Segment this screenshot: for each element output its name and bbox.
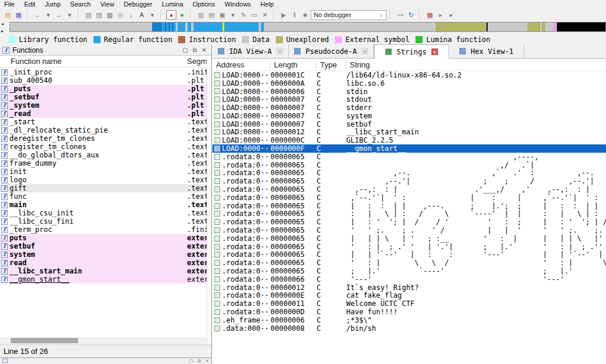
problem-list-button[interactable]: ▲ xyxy=(166,10,176,20)
string-row[interactable]: .rodata:0···00000011CWelcome UCTC CTF xyxy=(212,299,606,308)
tab-pseudocode-a[interactable]: Pseudocode-A✕ xyxy=(289,44,374,58)
forward-button[interactable]: → xyxy=(54,10,64,20)
function-row[interactable]: f__do_global_dtors_aux.text xyxy=(0,151,207,159)
tab-ida-view-a[interactable]: IDA View-A✕ xyxy=(212,44,289,58)
function-row[interactable]: fsub_400540.plt xyxy=(0,76,207,85)
navband-track[interactable] xyxy=(9,22,606,32)
string-row[interactable]: LOAD:0000···00000007Cstdout xyxy=(212,95,606,104)
scrollbar-thumb[interactable] xyxy=(11,338,78,343)
function-row[interactable]: ffunc.text xyxy=(0,192,207,201)
functions-horizontal-scrollbar[interactable] xyxy=(0,337,207,344)
bottom-panel-titlebar[interactable]: ▢ ⧉ ✕ xyxy=(0,357,211,364)
functions-column-header[interactable]: Function name Segment xyxy=(0,56,211,67)
function-row[interactable]: fputsextern xyxy=(0,234,207,242)
string-row[interactable]: .rodata:0···00000065C ' : | \ \ / ' : | … xyxy=(212,259,606,267)
breakpoint-list-button[interactable]: ▦ xyxy=(425,10,435,20)
string-row[interactable]: .rodata:0···00000066C '---' '---' '---' xyxy=(212,275,606,284)
function-row[interactable]: fgift.text xyxy=(0,184,207,192)
strings-column-header[interactable]: Address Length Type String xyxy=(212,59,606,71)
tab-hex-view-1[interactable]: Hex View-1 xyxy=(449,44,524,58)
string-row[interactable]: .rodata:0···0000000DCHave fun!!!! xyxy=(212,308,606,316)
type-dropdown[interactable]: ▾ xyxy=(228,10,238,20)
string-row[interactable]: LOAD:0000···00000007Cstderr xyxy=(212,104,606,112)
edit-button[interactable]: ✎ xyxy=(238,10,249,20)
string-row[interactable]: LOAD:0000···0000001CC/lib64/ld-linux-x86… xyxy=(212,71,606,79)
function-row[interactable]: f__gmon_start__extern xyxy=(0,275,207,284)
retype-button[interactable]: ▨ xyxy=(94,10,104,20)
string-row[interactable]: .rodata:0···00000065C ' : | ; .' ' | '.'… xyxy=(212,243,606,251)
function-row[interactable]: f_init_proc.init xyxy=(0,68,207,76)
close-icon[interactable]: ✕ xyxy=(199,47,209,53)
jump-down-button[interactable]: ↓ xyxy=(126,10,136,20)
string-row[interactable]: .rodata:0···00000065C ,--,: : | .'___,/ … xyxy=(212,185,606,194)
add-breakpoint-button[interactable]: ▸ xyxy=(436,10,446,20)
string-row[interactable]: LOAD:0000···00000006Cstdin xyxy=(212,88,606,96)
string-row[interactable]: .rodata:0···00000065C | | '`--' | : : '-… xyxy=(212,251,606,259)
start-process-button[interactable]: ▶ xyxy=(279,10,289,20)
menu-lumina[interactable]: Lumina xyxy=(162,1,183,8)
menu-view[interactable]: View xyxy=(100,1,114,8)
function-row[interactable]: f_setbuf.plt xyxy=(0,93,207,101)
column-type[interactable]: Type xyxy=(317,60,346,69)
string-row[interactable]: .rodata:0···00000065C | | | \ | ' ; :__ … xyxy=(212,234,606,243)
function-row[interactable]: f_system.plt xyxy=(0,101,207,109)
function-row[interactable]: fsystemextern xyxy=(0,250,207,259)
navband-scroll-arrows[interactable]: ◂ ▸ xyxy=(1,21,8,34)
function-row[interactable]: fframe_dummy.text xyxy=(0,159,207,167)
maximize-icon[interactable]: ▢ xyxy=(180,47,190,53)
string-row[interactable]: .rodata:0···0000000ECcat fake_flag xyxy=(212,292,606,300)
string-row[interactable]: LOAD:0000···00000007Csetbuf xyxy=(212,120,606,128)
debugger-select[interactable]: No debugger⌄ xyxy=(311,10,386,20)
string-row[interactable]: LOAD:0000···00000012C__libc_start_main xyxy=(212,128,606,137)
analysis-indicator[interactable]: ● xyxy=(177,10,187,20)
close-icon[interactable]: ✕ xyxy=(205,359,209,363)
column-string[interactable]: String xyxy=(346,60,606,69)
string-row[interactable]: .rodata:0···00000065C ,--.'| ; ; / ,--.'… xyxy=(212,177,606,185)
remove-breakpoint-button[interactable]: ▸ xyxy=(446,10,456,20)
string-row[interactable]: .rodata:0···00000065C ,`--.'`| ' : | : |… xyxy=(212,194,606,202)
column-segment[interactable]: Segment xyxy=(187,57,207,66)
tab-close-icon[interactable]: ✕ xyxy=(431,49,438,55)
open-file-button[interactable]: ▤ xyxy=(3,10,13,20)
function-row[interactable]: f_term_proc.fini xyxy=(0,226,207,234)
string-row[interactable]: .rodata:0···00000065C | : : | | ,---. ; … xyxy=(212,202,606,210)
float-icon[interactable]: ⧉ xyxy=(198,359,201,363)
function-row[interactable]: fmain.text xyxy=(0,201,207,209)
stop-process-button[interactable]: ■ xyxy=(300,10,310,20)
ascii-button[interactable]: A xyxy=(137,10,147,20)
step-into-button[interactable]: ↦ xyxy=(395,10,405,20)
comment-button[interactable]: ▩ xyxy=(105,10,115,20)
functions-titlebar[interactable]: f Functions ▢ ⧉ ✕ xyxy=(0,45,211,56)
function-row[interactable]: fregister_tm_clones.text xyxy=(0,143,207,151)
column-function-name[interactable]: Function name xyxy=(11,57,62,66)
tab-strings[interactable]: Strings✕ xyxy=(374,44,449,59)
function-row[interactable]: f_puts.plt xyxy=(0,85,207,93)
functions-vertical-scrollbar[interactable] xyxy=(207,68,211,364)
tab-close-icon[interactable]: ✕ xyxy=(276,48,283,54)
function-row[interactable]: f_read.plt xyxy=(0,109,207,118)
menu-edit[interactable]: Edit xyxy=(24,1,36,8)
menu-options[interactable]: Options xyxy=(193,1,215,8)
back-dropdown[interactable]: ▾ xyxy=(43,10,53,20)
search-button[interactable]: ◎ xyxy=(115,10,125,20)
maximize-icon[interactable]: ▢ xyxy=(189,359,194,363)
rename-button[interactable]: ▧ xyxy=(83,10,94,20)
menu-jump[interactable]: Jump xyxy=(45,1,61,8)
string-row[interactable]: LOAD:0000···0000000AClibc.so.6 xyxy=(212,79,606,88)
function-row[interactable]: f_dl_relocate_static_pie.text xyxy=(0,126,207,134)
function-row[interactable]: finit.text xyxy=(0,167,207,176)
navband-left-arrow-icon[interactable]: ◂ xyxy=(1,21,8,27)
save-button[interactable]: ▦ xyxy=(14,10,24,20)
delete-button[interactable]: ✕ xyxy=(260,10,270,20)
string-row[interactable]: .rodata:0···00000012CIt`s easy! Right? xyxy=(212,284,606,292)
menu-file[interactable]: File xyxy=(4,1,15,8)
menu-debugger[interactable]: Debugger xyxy=(124,1,152,8)
function-row[interactable]: fsetbufextern xyxy=(0,242,207,250)
patch-button[interactable]: ▭ xyxy=(249,10,259,20)
function-row[interactable]: f_start.text xyxy=(0,118,207,126)
refresh-button[interactable]: ↻ xyxy=(406,10,416,20)
apply-type-button[interactable]: ▣ xyxy=(217,10,227,20)
string-row[interactable]: .rodata:0···00000065C ,/ .`| xyxy=(212,161,606,169)
string-row[interactable]: LOAD:0000···0000000FC__gmon_start__ xyxy=(212,144,606,153)
string-row[interactable]: .rodata:0···00000065C : | \ | : / \ `---… xyxy=(212,210,606,218)
